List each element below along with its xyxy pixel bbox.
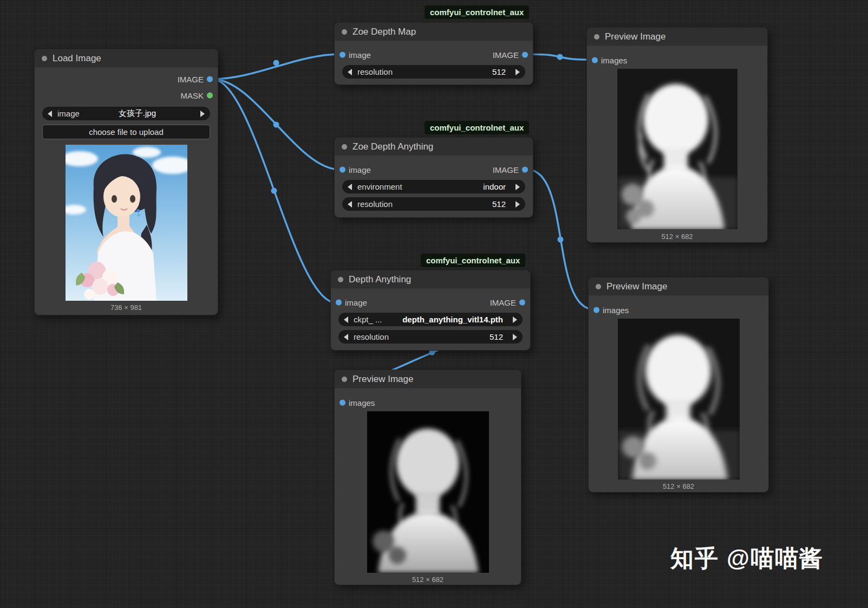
input-slot-label: images: [603, 306, 629, 315]
resolution-widget[interactable]: resolution 512: [338, 330, 523, 344]
combo-right-arrow-icon[interactable]: [513, 316, 517, 323]
node-titlebar[interactable]: Preview Image: [335, 370, 521, 389]
node-title: Preview Image: [353, 374, 413, 385]
combo-left-arrow-icon[interactable]: [344, 316, 348, 323]
depth-map-preview: [617, 69, 738, 229]
input-slot-label: images: [601, 56, 627, 65]
decrement-arrow-icon[interactable]: [348, 69, 352, 75]
node-titlebar[interactable]: Preview Image: [587, 28, 767, 46]
increment-arrow-icon[interactable]: [513, 334, 517, 340]
depth-map-image: [618, 319, 740, 480]
node-title: Depth Anything: [349, 274, 411, 285]
widget-label: resolution: [357, 199, 393, 209]
images-input-slot[interactable]: [340, 400, 345, 406]
link-midpoint-dot: [558, 237, 564, 243]
node-preview-image-bottom-center[interactable]: Preview Image images: [334, 370, 521, 585]
combo-right-arrow-icon[interactable]: [200, 111, 205, 117]
combo-right-arrow-icon[interactable]: [515, 184, 520, 190]
depth-map-preview: [618, 319, 740, 480]
input-slot-label: image: [349, 165, 371, 174]
widget-value: 512: [490, 332, 503, 341]
node-collapse-dot[interactable]: [342, 144, 347, 150]
node-collapse-dot[interactable]: [42, 56, 47, 61]
node-load-image[interactable]: Load Image IMAGE MASK image 女孩子.jpg choo…: [34, 49, 218, 315]
node-preview-image-top[interactable]: Preview Image images: [586, 27, 768, 243]
node-titlebar[interactable]: Zoe Depth Map: [335, 23, 533, 41]
choose-file-button[interactable]: choose file to upload: [42, 125, 210, 139]
mask-output-slot[interactable]: [207, 93, 213, 99]
link-midpoint-dot: [271, 188, 277, 194]
link-midpoint-dot: [273, 122, 279, 128]
link-loadimage-to-zoedepthmap: [212, 54, 340, 79]
images-input-slot[interactable]: [593, 307, 599, 313]
depth-map-image: [617, 69, 738, 229]
environment-widget[interactable]: environment indoor: [342, 180, 525, 193]
widget-value: 女孩子.jpg: [119, 108, 156, 119]
output-slot-label: IMAGE: [493, 165, 519, 174]
image-output-slot[interactable]: [522, 52, 528, 58]
image-input-slot[interactable]: [340, 52, 345, 58]
input-slot-label: image: [345, 298, 367, 307]
decrement-arrow-icon[interactable]: [344, 334, 348, 340]
output-slot-label: MASK: [180, 91, 204, 100]
node-category-badge: comfyui_controlnet_aux: [425, 121, 529, 134]
depth-map-image: [367, 411, 489, 573]
input-slot-label: images: [349, 398, 375, 408]
ckpt-widget[interactable]: ckpt_ ... depth_anything_vitl14.pth: [338, 313, 523, 326]
image-combo-widget[interactable]: image 女孩子.jpg: [42, 107, 210, 120]
increment-arrow-icon[interactable]: [515, 201, 520, 208]
image-dimensions-caption: 512 × 682: [587, 232, 767, 241]
node-collapse-dot[interactable]: [338, 277, 343, 282]
node-zoe-depth-map[interactable]: comfyui_controlnet_aux Zoe Depth Map ima…: [334, 22, 533, 85]
depth-map-preview: [367, 411, 489, 573]
output-slot-label: IMAGE: [493, 50, 519, 60]
images-input-slot[interactable]: [592, 57, 598, 63]
combo-left-arrow-icon[interactable]: [48, 111, 52, 117]
widget-value: depth_anything_vitl14.pth: [402, 315, 503, 324]
input-slot-label: image: [349, 50, 371, 60]
image-dimensions-caption: 736 × 981: [35, 303, 218, 312]
image-output-slot[interactable]: [207, 76, 213, 82]
node-title: Preview Image: [605, 31, 665, 42]
anime-girl-image: [66, 145, 187, 301]
loaded-image-preview: [66, 145, 187, 301]
widget-value: 512: [492, 199, 506, 209]
watermark: 知乎 @喵喵酱: [670, 543, 824, 574]
widget-label: ckpt_ ...: [354, 315, 382, 324]
node-depth-anything[interactable]: comfyui_controlnet_aux Depth Anything im…: [330, 270, 531, 351]
widget-value: 512: [492, 67, 506, 76]
widget-value: indoor: [483, 182, 506, 191]
node-titlebar[interactable]: Preview Image: [589, 277, 768, 296]
image-output-slot[interactable]: [522, 167, 528, 173]
node-category-badge: comfyui_controlnet_aux: [425, 5, 529, 19]
image-input-slot[interactable]: [340, 167, 345, 173]
combo-left-arrow-icon[interactable]: [348, 184, 352, 190]
output-slot-label: IMAGE: [178, 75, 204, 84]
image-dimensions-caption: 512 × 682: [335, 575, 521, 584]
node-title: Preview Image: [606, 281, 667, 292]
link-midpoint-dot: [557, 54, 563, 60]
node-category-badge: comfyui_controlnet_aux: [421, 254, 525, 267]
node-title: Load Image: [53, 53, 101, 64]
decrement-arrow-icon[interactable]: [348, 201, 352, 208]
image-input-slot[interactable]: [336, 300, 342, 306]
node-collapse-dot[interactable]: [342, 29, 347, 35]
node-collapse-dot[interactable]: [596, 284, 601, 289]
resolution-widget[interactable]: resolution 512: [342, 197, 525, 211]
node-collapse-dot[interactable]: [342, 377, 347, 382]
resolution-widget[interactable]: resolution 512: [342, 65, 525, 79]
node-collapse-dot[interactable]: [594, 34, 599, 40]
increment-arrow-icon[interactable]: [515, 69, 520, 75]
widget-label: environment: [357, 182, 402, 191]
output-slot-label: IMAGE: [490, 298, 516, 307]
node-titlebar[interactable]: Depth Anything: [331, 270, 530, 289]
node-preview-image-bottom-right[interactable]: Preview Image images: [588, 277, 769, 493]
widget-label: image: [57, 109, 80, 118]
widget-label: resolution: [357, 67, 393, 76]
node-title: Zoe Depth Map: [353, 27, 416, 37]
node-titlebar[interactable]: Load Image: [35, 49, 218, 68]
node-titlebar[interactable]: Zoe Depth Anything: [335, 138, 533, 156]
image-output-slot[interactable]: [519, 300, 525, 306]
node-title: Zoe Depth Anything: [353, 141, 433, 152]
node-zoe-depth-anything[interactable]: comfyui_controlnet_aux Zoe Depth Anythin…: [334, 137, 533, 218]
